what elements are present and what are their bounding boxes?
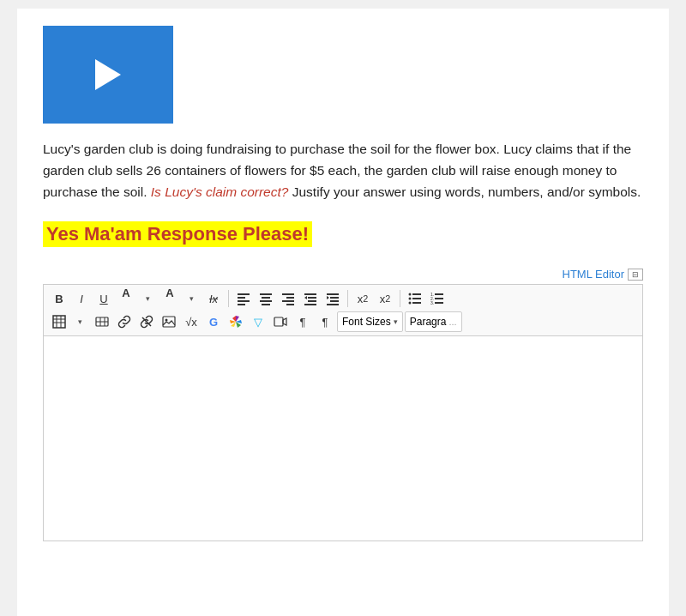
- svg-rect-13: [308, 297, 316, 299]
- table-icon: [52, 315, 66, 329]
- svg-rect-7: [262, 304, 270, 305]
- align-center-button[interactable]: [256, 288, 276, 309]
- ordered-list-button[interactable]: 1.2.3.: [427, 288, 448, 309]
- rtl-button[interactable]: ¶: [315, 311, 335, 332]
- svg-rect-23: [412, 293, 421, 295]
- nbc-button[interactable]: [226, 311, 246, 332]
- indent-increase-button[interactable]: [322, 288, 343, 309]
- toolbar-row-2: ▾ √x G: [49, 311, 637, 332]
- svg-marker-21: [327, 296, 329, 299]
- unlink-icon: [140, 315, 153, 329]
- table-group: ▾: [49, 311, 90, 332]
- media-insert-button[interactable]: [92, 311, 112, 332]
- table-button[interactable]: [49, 311, 69, 332]
- highlight-color-button[interactable]: A: [159, 288, 180, 309]
- svg-rect-11: [286, 304, 294, 305]
- svg-rect-18: [330, 297, 339, 299]
- highlight-color-group: A ▾: [159, 288, 202, 309]
- editor-toolbar: B I U A ▾ A ▾ Ix: [43, 284, 643, 335]
- question-highlighted: Is Lucy's claim correct?: [151, 184, 289, 199]
- align-center-icon: [259, 292, 273, 305]
- ltr-button[interactable]: ¶: [292, 311, 313, 332]
- toolbar-separator-2: [347, 290, 348, 307]
- highlight-color-dropdown[interactable]: ▾: [181, 288, 202, 309]
- table-dropdown[interactable]: ▾: [69, 311, 90, 332]
- subscript-button[interactable]: x2: [375, 288, 395, 309]
- svg-point-26: [409, 302, 412, 305]
- svg-line-43: [142, 317, 151, 326]
- question-text: Lucy's garden club is doing fundraising …: [43, 139, 643, 202]
- nbc-icon: [229, 315, 243, 329]
- svg-point-24: [409, 298, 412, 300]
- font-color-label: A: [122, 287, 129, 299]
- superscript-button[interactable]: x2: [352, 288, 373, 309]
- video-icon: [274, 315, 287, 329]
- question-text-after: Justify your answer using words, numbers…: [292, 184, 641, 199]
- svg-rect-5: [262, 297, 270, 299]
- svg-rect-14: [308, 300, 316, 302]
- svg-rect-44: [163, 317, 175, 327]
- unordered-list-icon: [408, 292, 422, 305]
- indent-decrease-button[interactable]: [300, 288, 321, 309]
- vimeo-button[interactable]: ▽: [248, 311, 268, 332]
- font-color-group: A ▾: [116, 288, 158, 309]
- svg-rect-20: [327, 304, 339, 305]
- indent-increase-icon: [326, 292, 340, 305]
- unlink-button[interactable]: [136, 311, 157, 332]
- svg-rect-19: [330, 300, 339, 302]
- svg-rect-29: [435, 293, 443, 295]
- svg-point-45: [165, 319, 168, 322]
- svg-rect-34: [53, 316, 65, 328]
- paragraph-label: Paragra: [410, 316, 447, 328]
- svg-rect-25: [412, 298, 421, 299]
- toolbar-separator-3: [400, 290, 400, 307]
- svg-rect-31: [435, 298, 443, 299]
- svg-marker-46: [232, 316, 236, 322]
- link-button[interactable]: [114, 311, 135, 332]
- align-right-button[interactable]: [278, 288, 298, 309]
- math-button[interactable]: √x: [181, 311, 202, 332]
- ordered-list-icon: 1.2.3.: [430, 292, 444, 305]
- toolbar-row-1: B I U A ▾ A ▾ Ix: [49, 288, 637, 309]
- svg-marker-53: [283, 318, 286, 325]
- highlight-color-label: A: [165, 287, 173, 299]
- strikethrough-button[interactable]: Ix: [203, 288, 224, 309]
- video-thumbnail[interactable]: [43, 26, 173, 124]
- svg-rect-10: [282, 300, 294, 302]
- svg-rect-17: [327, 293, 339, 295]
- font-sizes-dropdown[interactable]: Font Sizes ▾: [337, 311, 403, 332]
- svg-rect-15: [304, 304, 316, 305]
- response-prompt: Yes Ma'am Response Please!: [43, 221, 312, 247]
- toolbar-separator-1: [228, 290, 229, 307]
- italic-button[interactable]: I: [71, 288, 92, 309]
- svg-rect-9: [286, 297, 294, 299]
- html-editor-icon[interactable]: ⊟: [628, 269, 643, 281]
- image-button[interactable]: [159, 311, 179, 332]
- svg-rect-6: [260, 300, 272, 302]
- svg-rect-27: [412, 302, 421, 304]
- font-sizes-chevron: ▾: [394, 317, 398, 326]
- align-right-icon: [281, 292, 295, 305]
- editor-area[interactable]: [43, 335, 643, 541]
- google-button[interactable]: G: [203, 311, 224, 332]
- svg-rect-52: [274, 317, 283, 326]
- font-color-dropdown[interactable]: ▾: [137, 288, 158, 309]
- unordered-list-button[interactable]: [405, 288, 425, 309]
- image-icon: [162, 315, 176, 329]
- html-editor-label-row: HTML Editor ⊟: [43, 268, 643, 281]
- font-color-button[interactable]: A: [116, 288, 136, 309]
- video-button[interactable]: [270, 311, 291, 332]
- svg-text:3.: 3.: [430, 300, 434, 305]
- media-insert-icon: [95, 315, 109, 329]
- underline-button[interactable]: U: [93, 288, 114, 309]
- font-sizes-label: Font Sizes: [342, 316, 391, 328]
- svg-rect-2: [238, 300, 250, 302]
- paragraph-overflow: ...: [448, 317, 456, 327]
- svg-rect-33: [435, 302, 443, 304]
- align-left-button[interactable]: [233, 288, 254, 309]
- link-icon: [117, 315, 131, 329]
- paragraph-dropdown[interactable]: Paragra ...: [405, 311, 462, 332]
- play-icon: [95, 59, 121, 90]
- indent-decrease-icon: [304, 292, 317, 305]
- bold-button[interactable]: B: [49, 288, 69, 309]
